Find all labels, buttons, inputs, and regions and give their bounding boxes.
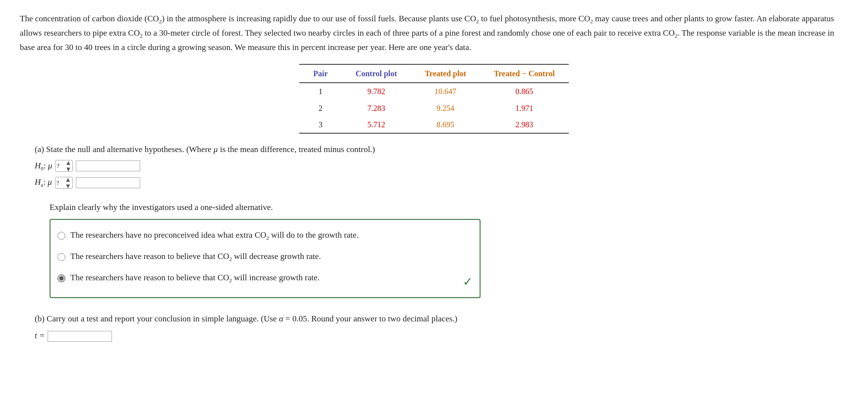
cell-diff-2: 1.971: [480, 100, 569, 116]
col-header-control: Control plot: [342, 64, 411, 83]
h0-row: H0: μ ? ▲ ▼: [35, 159, 848, 173]
col-header-diff: Treated − Control: [480, 64, 569, 83]
intro-paragraph: The concentration of carbon dioxide (CO2…: [20, 12, 837, 55]
cell-control-1: 9.782: [342, 83, 411, 100]
radio-label-1: The researchers have no preconceived ide…: [70, 228, 359, 243]
h0-label: H0: μ: [35, 159, 52, 173]
part-a-instruction: (a) State the null and alternative hypot…: [35, 143, 848, 157]
h0-spinner-value: ?: [56, 160, 59, 171]
ha-label: Ha: μ: [35, 175, 52, 190]
cell-treated-3: 8.695: [411, 116, 480, 133]
t-label: t =: [35, 329, 45, 343]
data-table: Pair Control plot Treated plot Treated −…: [299, 64, 568, 134]
data-table-container: Pair Control plot Treated plot Treated −…: [20, 64, 848, 134]
h0-spinner-arrows[interactable]: ▲ ▼: [65, 159, 71, 172]
part-b-instruction: (b) Carry out a test and report your con…: [35, 312, 848, 326]
table-row: 27.2839.2541.971: [299, 100, 568, 116]
radio-circle-1[interactable]: [57, 232, 65, 240]
table-row: 35.7128.6952.983: [299, 116, 568, 133]
radio-option-1[interactable]: The researchers have no preconceived ide…: [57, 225, 470, 246]
ha-spinner-arrows[interactable]: ▲ ▼: [65, 176, 71, 189]
cell-control-2: 7.283: [342, 100, 411, 116]
cell-treated-2: 9.254: [411, 100, 480, 116]
cell-diff-1: 0.865: [480, 83, 569, 100]
h0-spinner[interactable]: ? ▲ ▼: [55, 160, 73, 172]
col-header-treated: Treated plot: [411, 64, 480, 83]
radio-option-2[interactable]: The researchers have reason to believe t…: [57, 246, 470, 267]
radio-circle-2[interactable]: [57, 253, 65, 261]
cell-pair-2: 2: [299, 100, 341, 116]
radio-option-3[interactable]: The researchers have reason to believe t…: [57, 267, 470, 289]
radio-label-3: The researchers have reason to believe t…: [70, 271, 320, 285]
t-input[interactable]: [48, 331, 112, 342]
radio-options-box: The researchers have no preconceived ide…: [50, 219, 481, 298]
radio-label-2: The researchers have reason to believe t…: [70, 250, 321, 264]
table-row: 19.78210.6470.865: [299, 83, 568, 100]
explain-label: Explain clearly why the investigators us…: [50, 201, 848, 215]
cell-pair-1: 1: [299, 83, 341, 100]
col-header-pair: Pair: [299, 64, 341, 83]
correct-checkmark: ✓: [463, 272, 473, 292]
explain-section: Explain clearly why the investigators us…: [50, 201, 848, 298]
ha-spinner[interactable]: ? ▲ ▼: [55, 177, 73, 189]
cell-treated-1: 10.647: [411, 83, 480, 100]
part-b-section: (b) Carry out a test and report your con…: [35, 312, 848, 344]
cell-pair-3: 3: [299, 116, 341, 133]
part-a-section: (a) State the null and alternative hypot…: [35, 143, 848, 298]
cell-control-3: 5.712: [342, 116, 411, 133]
cell-diff-3: 2.983: [480, 116, 569, 133]
ha-input[interactable]: [76, 177, 140, 188]
radio-circle-3[interactable]: [57, 274, 65, 282]
h0-input[interactable]: [76, 160, 140, 171]
ha-spinner-value: ?: [56, 177, 59, 188]
ha-row: Ha: μ ? ▲ ▼: [35, 175, 848, 190]
t-row: t =: [35, 329, 848, 343]
